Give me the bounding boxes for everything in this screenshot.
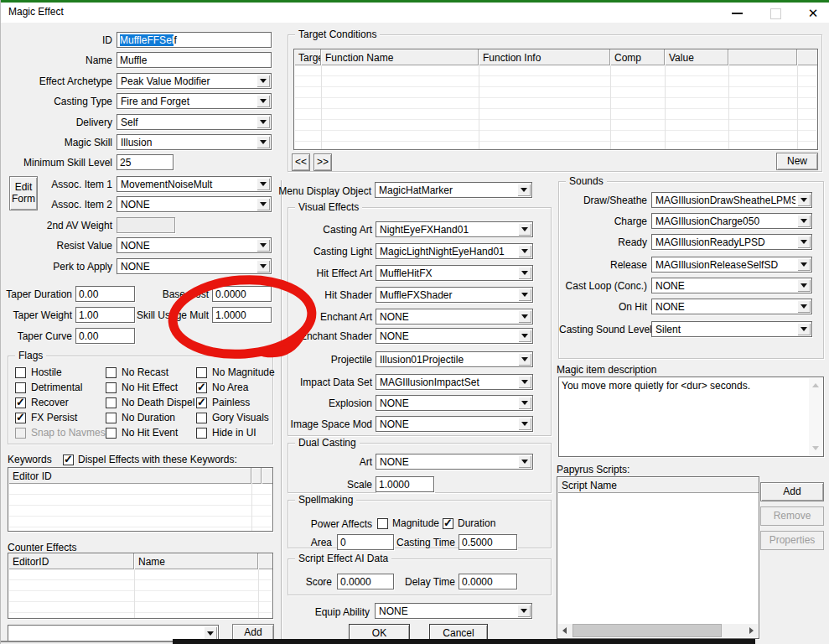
assoc-item1-combo[interactable]: MovementNoiseMult — [117, 176, 272, 192]
min-skill-input[interactable]: 25 — [117, 154, 174, 170]
delay-time-input[interactable]: 0.0000 — [459, 574, 517, 589]
taper-curve-input[interactable]: 0.00 — [75, 328, 135, 344]
script-add-button[interactable]: Add — [760, 482, 824, 501]
counter-header-name[interactable]: Name — [134, 553, 258, 569]
chevron-down-icon[interactable] — [518, 223, 531, 236]
flag-no-duration-checkbox[interactable] — [106, 413, 117, 423]
target-conditions-table[interactable]: Target Function Name Function Info Comp … — [293, 49, 818, 150]
dual-art-combo[interactable]: NONE — [376, 454, 533, 470]
chevron-down-icon[interactable] — [256, 198, 270, 210]
chevron-down-icon[interactable] — [256, 136, 270, 148]
chevron-down-icon[interactable] — [797, 215, 811, 227]
flag-gory-visuals-checkbox[interactable] — [196, 413, 207, 423]
duration-checkbox[interactable] — [443, 518, 453, 529]
conditions-col-function-info[interactable]: Function Info — [479, 49, 610, 65]
chevron-down-icon[interactable] — [256, 178, 270, 190]
chevron-down-icon[interactable] — [517, 605, 531, 617]
conditions-col-target[interactable]: Target — [294, 49, 321, 65]
dual-scale-input[interactable]: 1.0000 — [376, 476, 434, 492]
delivery-combo[interactable]: Self — [117, 114, 272, 130]
draw-sheathe-combo[interactable]: MAGIllusionDrawSheatheLPMSD — [651, 192, 812, 208]
flag-no-death-dispel-checkbox[interactable] — [106, 397, 117, 408]
perk-to-apply-combo[interactable]: NONE — [117, 258, 272, 274]
counter-effects-list[interactable]: EditorIDName — [8, 553, 273, 619]
on-hit-combo[interactable]: NONE — [651, 299, 812, 314]
chevron-down-icon[interactable] — [518, 267, 531, 279]
flag-detrimental-checkbox[interactable] — [15, 382, 26, 393]
name-input[interactable]: Muffle — [117, 52, 272, 68]
conditions-col-blank1[interactable] — [728, 49, 797, 65]
description-textarea[interactable]: You move more quietly for <dur> seconds. — [558, 377, 824, 457]
casting-sound-level-combo[interactable]: Silent — [651, 321, 812, 337]
flag-no-hit-event-checkbox[interactable] — [106, 428, 117, 439]
enchant-shader-combo[interactable]: NONE — [376, 328, 533, 344]
casting-time-input[interactable]: 0.5000 — [459, 534, 517, 550]
ready-combo[interactable]: MAGIllusionReadyLPSD — [651, 234, 812, 250]
chevron-down-icon[interactable] — [518, 376, 531, 388]
projectile-combo[interactable]: Illusion01Projectile — [376, 351, 533, 367]
id-input[interactable]: MuffleFFSelf — [117, 32, 272, 48]
conditions-col-value[interactable]: Value — [665, 49, 728, 65]
flag-painless-checkbox[interactable] — [196, 397, 207, 408]
chevron-down-icon[interactable] — [797, 236, 811, 248]
chevron-down-icon[interactable] — [518, 330, 531, 342]
chevron-down-icon[interactable] — [518, 418, 531, 430]
dispel-keywords-checkbox[interactable] — [63, 454, 74, 465]
skill-usage-mult-input[interactable]: 1.0000 — [212, 307, 272, 323]
chevron-down-icon[interactable] — [256, 75, 270, 87]
chevron-down-icon[interactable] — [256, 116, 270, 128]
keywords-header-editor-id[interactable]: Editor ID — [8, 468, 251, 484]
conditions-col-blank2[interactable] — [797, 49, 817, 65]
conditions-col-function-name[interactable]: Function Name — [321, 49, 479, 65]
chevron-down-icon[interactable] — [518, 310, 531, 323]
flag-no-recast-checkbox[interactable] — [106, 367, 117, 378]
close-button[interactable]: ✕ — [799, 5, 827, 22]
hit-effect-art-combo[interactable]: MuffleHitFX — [376, 265, 533, 281]
conditions-prev-button[interactable]: << — [292, 153, 310, 171]
charge-combo[interactable]: MAGIllusionCharge050 — [651, 213, 812, 229]
cast-loop-combo[interactable]: NONE — [651, 278, 812, 293]
flag-fx-persist-checkbox[interactable] — [15, 413, 26, 423]
menu-display-object-combo[interactable]: MagicHatMarker — [375, 182, 532, 198]
description-scrollbar[interactable] — [809, 378, 822, 455]
chevron-down-icon[interactable] — [518, 353, 531, 366]
flag-recover-checkbox[interactable] — [15, 397, 26, 408]
release-combo[interactable]: MAGIllusionReleaseSelfSD — [651, 257, 812, 273]
chevron-down-icon[interactable] — [517, 184, 531, 196]
enchant-art-combo[interactable]: NONE — [376, 309, 533, 325]
chevron-down-icon[interactable] — [256, 239, 270, 252]
chevron-down-icon[interactable] — [518, 245, 531, 257]
flag-no-area-checkbox[interactable] — [196, 382, 207, 393]
casting-art-combo[interactable]: NightEyeFXHand01 — [376, 221, 533, 237]
chevron-down-icon[interactable] — [256, 260, 270, 273]
casting-light-combo[interactable]: MagicLightNightEyeHand01 — [376, 243, 533, 259]
minimize-button[interactable] — [723, 5, 751, 22]
casting-type-combo[interactable]: Fire and Forget — [117, 93, 272, 109]
conditions-col-comp[interactable]: Comp — [610, 49, 665, 65]
conditions-new-button[interactable]: New — [776, 153, 818, 170]
chevron-down-icon[interactable] — [797, 258, 811, 271]
chevron-down-icon[interactable] — [797, 323, 811, 335]
chevron-down-icon[interactable] — [204, 626, 217, 640]
equip-ability-combo[interactable]: NONE — [375, 603, 532, 619]
chevron-down-icon[interactable] — [797, 194, 811, 206]
base-cost-input[interactable]: 0.0000 — [212, 286, 272, 302]
chevron-down-icon[interactable] — [518, 288, 531, 301]
assoc-item2-combo[interactable]: NONE — [117, 196, 272, 212]
hscroll-thumb[interactable] — [573, 624, 722, 637]
counter-header-editorid[interactable]: EditorID — [8, 553, 134, 569]
conditions-next-button[interactable]: >> — [313, 153, 332, 171]
chevron-down-icon[interactable] — [797, 300, 811, 313]
impact-data-set-combo[interactable]: MAGIllusionImpactSet — [376, 374, 533, 390]
flag-hide-in-ui-checkbox[interactable] — [196, 428, 207, 439]
script-list-hscrollbar[interactable] — [558, 624, 758, 637]
keywords-header-blank[interactable] — [251, 468, 262, 484]
flag-no-hit-effect-checkbox[interactable] — [106, 382, 117, 393]
hit-shader-combo[interactable]: MuffleFXShader — [376, 287, 533, 303]
maximize-button[interactable] — [761, 5, 790, 22]
flag-hostile-checkbox[interactable] — [15, 367, 26, 378]
image-space-mod-combo[interactable]: NONE — [376, 416, 533, 432]
flag-no-magnitude-checkbox[interactable] — [196, 367, 207, 378]
script-name-header[interactable]: Script Name — [557, 477, 759, 493]
chevron-down-icon[interactable] — [518, 397, 531, 409]
